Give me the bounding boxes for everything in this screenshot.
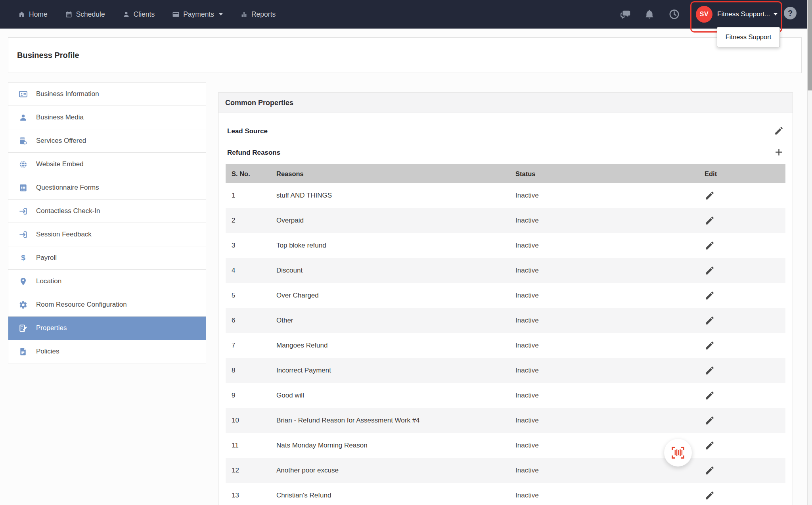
nav-payments-label: Payments (183, 10, 214, 19)
card-icon (172, 11, 180, 18)
edit-row-button[interactable] (705, 440, 715, 451)
row-number: 8 (226, 367, 276, 374)
row-edit-cell (705, 315, 785, 326)
pencil-icon (705, 465, 715, 476)
table-row: 1stuff AND THINGSInactive (226, 183, 785, 208)
sidebar-item-properties[interactable]: Properties (8, 317, 206, 340)
settings-sidebar: Business InformationBusiness MediaServic… (8, 82, 206, 363)
sidebar-item-label: Properties (36, 324, 67, 332)
edit-row-button[interactable] (705, 490, 715, 501)
edit-row-button[interactable] (705, 265, 715, 276)
gear-icon (19, 300, 28, 309)
svg-text:$: $ (21, 253, 25, 262)
edit-row-button[interactable] (705, 365, 715, 376)
account-dropdown: Fitness Support (717, 27, 780, 47)
row-edit-cell (705, 265, 785, 276)
plus-icon (774, 147, 784, 157)
sidebar-item-business-information[interactable]: Business Information (8, 83, 206, 106)
row-status: Inactive (515, 317, 705, 325)
scrollbar-track[interactable] (807, 0, 812, 505)
edit-row-button[interactable] (705, 290, 715, 301)
sidebar-item-services-offered[interactable]: Services Offered (8, 129, 206, 153)
sidebar-item-questionnaire-forms[interactable]: Questionnaire Forms (8, 176, 206, 200)
chat-icon[interactable] (620, 8, 632, 20)
document-icon (19, 347, 28, 356)
sidebar-item-website-embed[interactable]: Website Embed (8, 153, 206, 176)
nav-schedule[interactable]: Schedule (65, 10, 105, 19)
row-reason: Christian's Refund (276, 492, 515, 499)
help-button[interactable]: ? (784, 7, 797, 19)
sidebar-item-business-media[interactable]: Business Media (8, 106, 206, 129)
sidebar-item-label: Website Embed (36, 160, 84, 168)
sidebar-item-label: Contactless Check-In (36, 207, 100, 215)
row-number: 1 (226, 192, 276, 200)
row-number: 11 (226, 442, 276, 449)
sidebar-item-label: Payroll (36, 254, 57, 262)
nav-clients[interactable]: Clients (123, 10, 155, 19)
top-navbar: Home Schedule Clients Payments Reports S… (0, 0, 812, 29)
nav-payments[interactable]: Payments (172, 10, 223, 19)
row-status: Inactive (515, 417, 705, 424)
sidebar-item-location[interactable]: Location (8, 270, 206, 293)
user-icon (19, 113, 28, 122)
row-reason: Other (276, 317, 515, 325)
nav-reports[interactable]: Reports (240, 10, 276, 19)
avatar[interactable]: SV (696, 6, 712, 23)
row-status: Inactive (515, 392, 705, 399)
sidebar-item-label: Policies (36, 348, 59, 355)
nav-schedule-label: Schedule (76, 10, 105, 19)
sidebar-item-label: Questionnaire Forms (36, 184, 99, 192)
clock-icon[interactable] (668, 9, 680, 20)
barcode-scan-widget[interactable] (664, 439, 692, 467)
row-edit-cell (705, 440, 785, 451)
dropdown-item-fitness-support[interactable]: Fitness Support (726, 33, 772, 41)
row-status: Inactive (515, 192, 705, 200)
pencil-icon (705, 265, 715, 276)
edit-row-button[interactable] (705, 390, 715, 401)
row-reason: Mangoes Refund (276, 342, 515, 349)
nav-home-label: Home (29, 10, 48, 19)
pencil-icon (705, 190, 715, 201)
scrollbar-thumb[interactable] (808, 0, 812, 90)
avatar-initials: SV (700, 11, 709, 18)
common-properties-panel: Common Properties Lead Source Refund Rea… (218, 92, 793, 505)
panel-title: Common Properties (225, 99, 293, 107)
nav-reports-label: Reports (251, 10, 276, 19)
row-edit-cell (705, 365, 785, 376)
sidebar-item-policies[interactable]: Policies (8, 340, 206, 363)
edit-row-button[interactable] (705, 215, 715, 226)
edit-row-button[interactable] (705, 315, 715, 326)
edit-row-button[interactable] (705, 240, 715, 251)
row-status: Inactive (515, 292, 705, 300)
column-header-status: Status (515, 170, 705, 178)
nav-clients-label: Clients (134, 10, 155, 19)
edit-row-button[interactable] (705, 190, 715, 201)
edit-row-button[interactable] (705, 465, 715, 476)
chevron-down-icon (774, 13, 778, 15)
sidebar-item-contactless-check-in[interactable]: Contactless Check-In (8, 200, 206, 223)
row-status: Inactive (515, 492, 705, 499)
row-reason: Brian - Refund Reason for Assessment Wor… (276, 417, 515, 424)
nav-home[interactable]: Home (18, 10, 48, 19)
row-reason: Good will (276, 392, 515, 399)
edit-row-button[interactable] (705, 340, 715, 351)
edit-doc-icon (19, 324, 28, 333)
pencil-icon (705, 490, 715, 501)
row-number: 4 (226, 267, 276, 275)
row-edit-cell (705, 465, 785, 476)
row-number: 13 (226, 492, 276, 499)
table-row: 11Nats Monday Morning ReasonInactive (226, 433, 785, 458)
account-menu[interactable]: Fitness Support... (717, 0, 770, 29)
row-edit-cell (705, 390, 785, 401)
sidebar-item-session-feedback[interactable]: Session Feedback (8, 223, 206, 246)
sidebar-item-room-resource-configuration[interactable]: Room Resource Configuration (8, 293, 206, 317)
account-name-label: Fitness Support... (717, 10, 770, 18)
row-number: 5 (226, 292, 276, 300)
edit-row-button[interactable] (705, 415, 715, 426)
edit-lead-source-button[interactable] (774, 126, 784, 137)
bell-icon[interactable] (644, 9, 655, 19)
lead-source-row: Lead Source (226, 122, 785, 141)
table-row: 10Brian - Refund Reason for Assessment W… (226, 408, 785, 433)
sidebar-item-payroll[interactable]: $Payroll (8, 246, 206, 270)
add-refund-reason-button[interactable] (774, 147, 784, 158)
